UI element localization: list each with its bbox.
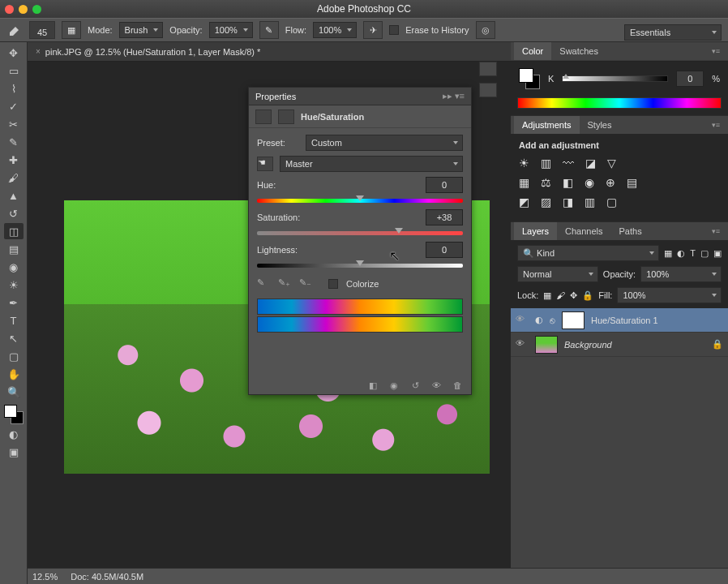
colorize-checkbox[interactable]: Colorize (328, 277, 379, 290)
zoom-level[interactable]: 12.5% (32, 572, 58, 582)
photo-filter-icon[interactable]: ◉ (585, 176, 594, 189)
quick-select-tool[interactable]: ✓ (4, 98, 24, 114)
styles-tab[interactable]: Styles (580, 116, 620, 134)
lock-all-icon[interactable]: 🔒 (582, 290, 593, 301)
pressure-opacity-icon[interactable]: ✎ (259, 21, 279, 39)
marquee-tool[interactable]: ▭ (4, 62, 24, 79)
mask-icon[interactable] (278, 110, 294, 124)
lasso-tool[interactable]: ⌇ (4, 80, 24, 97)
clip-to-layer-icon[interactable]: ◧ (366, 380, 380, 391)
saturation-slider[interactable] (257, 229, 463, 237)
crop-tool[interactable]: ✂ (4, 116, 24, 132)
path-select-tool[interactable]: ↖ (4, 330, 24, 346)
panel-menu-icon[interactable]: ▾≡ (712, 121, 725, 129)
filter-smart-icon[interactable]: ▣ (713, 248, 722, 259)
airbrush-icon[interactable]: ✈ (363, 21, 383, 39)
window-zoom-icon[interactable] (32, 5, 41, 14)
eyedropper-subtract-icon[interactable]: ✎₋ (299, 277, 312, 290)
view-previous-icon[interactable]: ◉ (387, 380, 401, 391)
close-tab-icon[interactable]: × (36, 47, 41, 56)
window-minimize-icon[interactable] (19, 5, 28, 14)
eyedropper-icon[interactable]: ✎ (257, 277, 270, 290)
targeted-adjustment-icon[interactable]: ☚ (257, 157, 273, 171)
hue-input[interactable]: 0 (426, 177, 463, 193)
layer-opacity-dropdown[interactable]: 100% (640, 266, 722, 282)
mode-dropdown[interactable]: Brush (119, 22, 164, 38)
lock-pixels-icon[interactable]: 🖌 (556, 290, 565, 300)
eyedropper-tool[interactable]: ✎ (4, 134, 24, 150)
filter-adjust-icon[interactable]: ◐ (677, 248, 685, 259)
filter-type-icon[interactable]: T (690, 248, 696, 258)
channel-dropdown[interactable]: Master (280, 156, 463, 172)
posterize-icon[interactable]: ▨ (541, 195, 551, 208)
hand-tool[interactable]: ✋ (4, 366, 24, 382)
filter-pixel-icon[interactable]: ▦ (664, 248, 672, 259)
adjustment-icon[interactable] (255, 110, 272, 124)
opacity-dropdown[interactable]: 100% (209, 22, 253, 38)
filter-shape-icon[interactable]: ▢ (700, 248, 709, 259)
fill-dropdown[interactable]: 100% (617, 287, 722, 303)
erase-history-checkbox[interactable]: Erase to History (389, 25, 469, 35)
color-tab[interactable]: Color (514, 42, 551, 60)
layer-name[interactable]: Background (564, 340, 612, 350)
layer-row[interactable]: 👁 Background 🔒 (511, 333, 728, 357)
visibility-icon[interactable]: 👁 (516, 338, 529, 351)
paths-tab[interactable]: Paths (611, 222, 650, 240)
reset-icon[interactable]: ↺ (408, 380, 422, 391)
visibility-icon[interactable]: 👁 (516, 314, 529, 327)
threshold-icon[interactable]: ◨ (563, 195, 573, 208)
window-close-icon[interactable] (5, 5, 14, 14)
type-tool[interactable]: T (4, 312, 24, 328)
lock-transparency-icon[interactable]: ▦ (543, 290, 551, 301)
actions-panel-icon[interactable] (479, 83, 497, 97)
brightness-icon[interactable]: ☀ (519, 157, 529, 170)
pressure-size-icon[interactable]: ◎ (476, 21, 495, 39)
layer-mask-thumbnail[interactable] (562, 311, 585, 329)
move-tool[interactable]: ✥ (4, 45, 24, 61)
lightness-input[interactable]: 0 (426, 242, 463, 258)
link-icon[interactable]: ◐ (535, 315, 543, 325)
pen-tool[interactable]: ✒ (4, 294, 24, 311)
history-brush-tool[interactable]: ↺ (4, 205, 24, 221)
brush-panel-toggle-icon[interactable]: ▦ (62, 21, 81, 39)
layers-tab[interactable]: Layers (514, 222, 557, 240)
color-lookup-icon[interactable]: ▤ (627, 176, 637, 189)
k-input[interactable]: 0 (676, 71, 704, 87)
properties-tab[interactable]: Properties (255, 92, 296, 101)
color-ramp[interactable] (517, 97, 722, 109)
quick-mask-tool[interactable]: ◐ (4, 426, 24, 442)
flow-dropdown[interactable]: 100% (313, 22, 357, 38)
toggle-visibility-icon[interactable]: 👁 (429, 380, 443, 391)
curves-icon[interactable]: 〰 (563, 157, 574, 170)
vibrance-icon[interactable]: ▽ (607, 157, 616, 170)
dodge-tool[interactable]: ☀ (4, 277, 24, 293)
layer-thumbnail[interactable] (535, 336, 558, 354)
panel-menu-icon[interactable]: ▾≡ (712, 47, 725, 55)
delete-adjustment-icon[interactable]: 🗑 (450, 380, 465, 391)
eraser-tool[interactable]: ◫ (4, 223, 24, 239)
panel-menu-icon[interactable]: ▾≡ (712, 227, 725, 235)
hue-sat-icon[interactable]: ▦ (519, 176, 529, 189)
gradient-tool[interactable]: ▤ (4, 241, 24, 257)
eyedropper-add-icon[interactable]: ✎₊ (278, 277, 291, 290)
brush-size-preview[interactable]: 45 (29, 21, 55, 39)
gradient-map-icon[interactable]: ▥ (585, 195, 595, 208)
color-balance-icon[interactable]: ⚖ (541, 176, 551, 189)
blend-mode-dropdown[interactable]: Normal (517, 266, 598, 282)
k-slider[interactable] (562, 75, 668, 82)
color-picker-swatch[interactable] (519, 68, 540, 89)
workspace-dropdown[interactable]: Essentials (624, 24, 722, 41)
swatches-tab[interactable]: Swatches (551, 42, 606, 60)
shape-tool[interactable]: ▢ (4, 348, 24, 364)
selective-color-icon[interactable]: ▢ (606, 195, 617, 208)
history-panel-icon[interactable] (479, 62, 497, 76)
hue-slider[interactable] (257, 196, 463, 204)
lock-position-icon[interactable]: ✥ (570, 290, 577, 301)
layer-row[interactable]: 👁 ◐ ⎋ Hue/Saturation 1 (511, 308, 728, 333)
screen-mode-tool[interactable]: ▣ (4, 444, 24, 460)
levels-icon[interactable]: ▥ (541, 157, 551, 170)
doc-info[interactable]: Doc: 40.5M/40.5M (71, 572, 143, 582)
channel-mixer-icon[interactable]: ⊕ (606, 176, 615, 189)
saturation-input[interactable]: +38 (426, 209, 463, 225)
adjustments-tab[interactable]: Adjustments (514, 116, 580, 134)
